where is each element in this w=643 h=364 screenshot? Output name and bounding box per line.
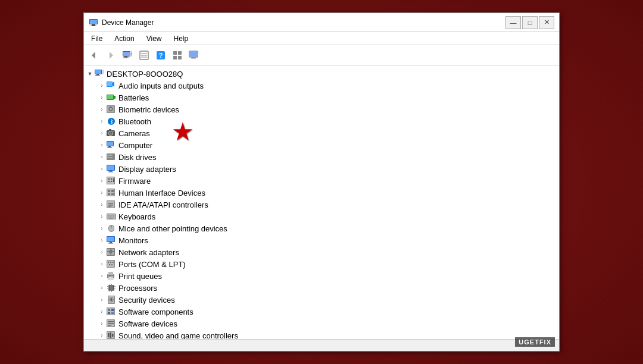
expand-arrow: › bbox=[98, 177, 105, 184]
item-label: Security devices bbox=[118, 296, 175, 305]
tree-root-item[interactable]: ▼ DESKTOP-8OOO28Q bbox=[84, 68, 559, 80]
svg-rect-88 bbox=[110, 216, 111, 218]
svg-point-110 bbox=[108, 262, 109, 263]
title-bar: Device Manager — □ ✕ bbox=[84, 13, 559, 32]
svg-rect-52 bbox=[108, 146, 111, 148]
list-item[interactable]: › Cameras bbox=[96, 127, 559, 139]
svg-rect-97 bbox=[107, 237, 114, 241]
menu-help[interactable]: Help bbox=[169, 33, 193, 44]
svg-rect-136 bbox=[108, 309, 110, 311]
list-item[interactable]: › Print queues bbox=[96, 270, 559, 282]
battery-icon bbox=[107, 93, 116, 102]
firmware-icon bbox=[107, 176, 116, 186]
list-item[interactable]: › Batteries bbox=[96, 92, 559, 103]
svg-rect-19 bbox=[178, 51, 182, 55]
svg-rect-79 bbox=[108, 205, 113, 206]
forward-button[interactable] bbox=[103, 48, 118, 63]
print-icon bbox=[107, 271, 116, 281]
expand-arrow: › bbox=[98, 165, 105, 172]
svg-marker-5 bbox=[110, 52, 113, 59]
help-icon: ? bbox=[156, 51, 166, 60]
maximize-button[interactable]: □ bbox=[522, 16, 538, 29]
list-item[interactable]: › Software devices bbox=[96, 318, 559, 330]
item-label: Display adapters bbox=[118, 165, 176, 174]
monitor-button[interactable] bbox=[186, 48, 202, 63]
svg-rect-2 bbox=[92, 24, 95, 26]
list-button[interactable] bbox=[136, 48, 152, 63]
menu-view[interactable]: View bbox=[142, 33, 167, 44]
grid-button[interactable] bbox=[170, 48, 185, 63]
list-item[interactable]: › bbox=[96, 246, 559, 258]
svg-point-95 bbox=[111, 226, 112, 227]
list-item[interactable]: › Security devices bbox=[96, 294, 559, 306]
tree-children: › Audio inputs and outputs bbox=[84, 80, 559, 339]
list-item[interactable]: › Sound, video and game controllers bbox=[96, 330, 559, 339]
back-button[interactable] bbox=[86, 48, 102, 63]
svg-rect-98 bbox=[110, 242, 112, 243]
sound-icon bbox=[107, 331, 116, 339]
tree-view[interactable]: ▼ DESKTOP-8OOO28Q bbox=[84, 65, 559, 339]
computer-button[interactable] bbox=[120, 48, 135, 63]
list-item[interactable]: › ᛒ Bluetooth bbox=[96, 115, 559, 127]
item-label: Computer bbox=[118, 141, 152, 150]
svg-rect-83 bbox=[108, 215, 109, 216]
menu-action[interactable]: Action bbox=[110, 33, 139, 44]
device-manager-window: Device Manager — □ ✕ File Action View He… bbox=[83, 12, 560, 352]
window-icon bbox=[89, 18, 98, 27]
list-item[interactable]: › IDE ATA/ATAPI controllers bbox=[96, 199, 559, 211]
list-item[interactable]: › Display adapters bbox=[96, 163, 559, 175]
svg-rect-62 bbox=[108, 172, 113, 172]
svg-rect-29 bbox=[95, 76, 100, 76]
svg-rect-87 bbox=[108, 216, 109, 218]
svg-rect-3 bbox=[90, 26, 96, 26]
list-item[interactable]: › Human Interface Devices bbox=[96, 187, 559, 199]
list-item[interactable]: › bbox=[96, 282, 559, 294]
expand-arrow: › bbox=[98, 261, 105, 268]
expand-arrow: › bbox=[98, 296, 105, 303]
close-button[interactable]: ✕ bbox=[539, 16, 554, 29]
svg-rect-8 bbox=[124, 57, 127, 58]
svg-marker-4 bbox=[92, 52, 95, 59]
list-item[interactable]: › Software components bbox=[96, 306, 559, 318]
list-item[interactable]: › Biometric devices bbox=[96, 103, 559, 115]
root-icon bbox=[95, 69, 104, 79]
list-item[interactable]: › Mice and other pointing devices bbox=[96, 222, 559, 234]
keyboard-icon bbox=[107, 212, 116, 221]
svg-point-57 bbox=[113, 155, 114, 156]
back-icon bbox=[89, 51, 99, 60]
software-devices-icon bbox=[107, 319, 116, 328]
svg-rect-142 bbox=[108, 321, 114, 322]
svg-rect-37 bbox=[107, 95, 113, 99]
mouse-icon bbox=[107, 224, 116, 233]
title-bar-left: Device Manager bbox=[89, 18, 154, 27]
expand-arrow: › bbox=[98, 142, 105, 149]
svg-rect-60 bbox=[107, 165, 114, 170]
list-item[interactable]: › Monitors bbox=[96, 234, 559, 246]
minimize-button[interactable]: — bbox=[505, 16, 521, 29]
svg-rect-127 bbox=[111, 284, 112, 285]
svg-rect-48 bbox=[109, 129, 111, 131]
list-item[interactable]: › Computer bbox=[96, 139, 559, 151]
security-icon bbox=[107, 295, 116, 305]
list-item[interactable]: › Ports (COM bbox=[96, 258, 559, 270]
help-button[interactable]: ? bbox=[153, 48, 168, 63]
svg-point-112 bbox=[113, 262, 114, 263]
watermark: UGETFIX bbox=[515, 337, 555, 347]
expand-arrow: › bbox=[98, 272, 105, 280]
item-label: Ports (COM & LPT) bbox=[118, 260, 186, 269]
svg-point-58 bbox=[113, 157, 114, 158]
list-item[interactable]: › Firmware bbox=[96, 175, 559, 187]
item-label: Keyboards bbox=[118, 212, 155, 221]
list-item[interactable]: › Audio inputs and outputs bbox=[96, 80, 559, 92]
svg-rect-80 bbox=[108, 206, 111, 207]
menu-file[interactable]: File bbox=[86, 33, 107, 44]
list-item[interactable]: › bbox=[96, 211, 559, 222]
list-item[interactable]: › Disk drives bbox=[96, 151, 559, 163]
svg-rect-122 bbox=[107, 286, 108, 287]
item-label: Bluetooth bbox=[118, 117, 151, 126]
svg-rect-53 bbox=[107, 148, 112, 148]
hid-icon bbox=[107, 188, 116, 197]
monitor-icon bbox=[107, 236, 116, 245]
svg-rect-30 bbox=[102, 70, 104, 74]
processor-icon bbox=[107, 283, 116, 293]
